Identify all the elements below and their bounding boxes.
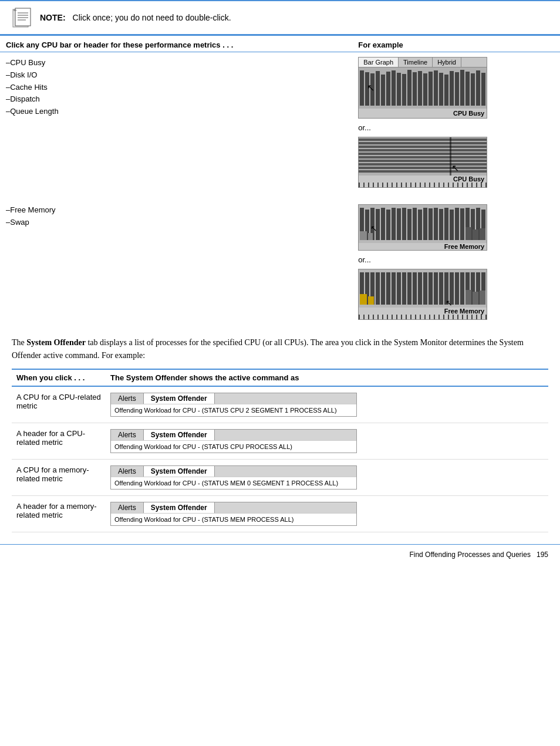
svg-rect-102 xyxy=(360,294,367,305)
svg-rect-57 xyxy=(413,208,417,240)
svg-rect-11 xyxy=(376,71,380,106)
svg-rect-13 xyxy=(386,72,390,106)
note-body: Click once; you do not need to double-cl… xyxy=(73,13,231,22)
svg-rect-24 xyxy=(444,75,448,106)
click-table-header: When you click . . . The System Offender… xyxy=(12,369,548,386)
svg-rect-56 xyxy=(407,209,411,240)
metrics-list: –CPU Busy –Disk I/O –Cache Hits –Dispatc… xyxy=(6,57,346,118)
offender-tabs-4: Alerts System Offender xyxy=(111,502,356,513)
svg-rect-38 xyxy=(359,153,487,155)
svg-rect-18 xyxy=(413,72,417,106)
metric-dispatch: –Dispatch xyxy=(6,93,346,106)
svg-rect-65 xyxy=(455,208,459,240)
svg-rect-51 xyxy=(381,208,385,240)
when-you-click-table: When you click . . . The System Offender… xyxy=(12,369,548,532)
system-offender-paragraph: The System Offender tab displays a list … xyxy=(12,336,548,363)
offender-tab-alerts-2[interactable]: Alerts xyxy=(111,430,144,440)
svg-rect-74 xyxy=(473,229,478,240)
when-header-for-memory: A header for a memory-related metric xyxy=(12,495,106,532)
note-label: NOTE: xyxy=(40,13,66,22)
cpu-example-table: Click any CPU bar or header for these pe… xyxy=(0,35,560,325)
offender-tab-alerts-3[interactable]: Alerts xyxy=(111,466,144,477)
offender-command-text-3: Offending Workload for CPU - (STATUS MEM… xyxy=(114,480,338,487)
offender-command-text-2: Offending Workload for CPU - (STATUS CPU… xyxy=(114,443,292,450)
memory-chart-examples: ↖ Free Memory or... xyxy=(352,193,560,325)
table-header-row: Click any CPU bar or header for these pe… xyxy=(0,35,560,52)
cpu-metrics-row: –CPU Busy –Disk I/O –Cache Hits –Dispatc… xyxy=(0,52,560,193)
offender-tab-system-4[interactable]: System Offender xyxy=(144,502,215,513)
svg-text:↖: ↖ xyxy=(451,163,459,173)
metric-cache-hits: –Cache Hits xyxy=(6,82,346,94)
chart-svg-1: ↖ xyxy=(359,67,487,109)
tab-row-1: Bar Graph Timeline Hybrid xyxy=(359,58,487,67)
offender-tab-system-1[interactable]: System Offender xyxy=(144,393,215,404)
offender-tab-system-2[interactable]: System Offender xyxy=(144,430,215,440)
cpu-chart-1: Bar Graph Timeline Hybrid xyxy=(358,57,487,119)
svg-rect-60 xyxy=(429,208,433,240)
note-icon: ✏ xyxy=(12,7,33,28)
offender-tab-system-3[interactable]: System Offender xyxy=(144,466,215,477)
svg-rect-15 xyxy=(397,73,401,106)
offender-command-text-4: Offending Workload for CPU - (STATUS MEM… xyxy=(114,516,294,523)
offender-command-1: Offending Workload for CPU - (STATUS CPU… xyxy=(111,404,356,416)
footer-page: 195 xyxy=(537,551,548,559)
svg-rect-17 xyxy=(407,70,411,106)
cpu-chart-examples: Bar Graph Timeline Hybrid xyxy=(352,52,560,193)
memory-metrics: –Free Memory –Swap xyxy=(6,204,346,229)
bottom-tick-2 xyxy=(359,315,487,319)
svg-rect-82 xyxy=(381,272,385,305)
chart-body-2: ↖ xyxy=(359,137,487,175)
svg-rect-42 xyxy=(359,167,487,169)
offender-box-1: Alerts System Offender Offending Workloa… xyxy=(110,393,357,417)
svg-rect-71 xyxy=(360,231,367,240)
svg-rect-72 xyxy=(368,233,373,240)
svg-rect-73 xyxy=(465,227,471,240)
cpu-chart-2: ↖ CPU Busy xyxy=(358,137,487,188)
chart-svg-2: ↖ xyxy=(359,137,487,175)
free-memory-label-1: Free Memory xyxy=(444,243,484,250)
svg-rect-16 xyxy=(402,74,406,106)
offender-tabs-2: Alerts System Offender xyxy=(111,430,356,440)
offender-tab-alerts-1[interactable]: Alerts xyxy=(111,393,144,404)
svg-rect-87 xyxy=(407,272,411,305)
metric-disk-io: –Disk I/O xyxy=(6,69,346,82)
svg-rect-14 xyxy=(392,70,396,106)
note-bar: ✏ NOTE: Click once; you do not need to d… xyxy=(0,0,560,35)
table-row: A CPU for a CPU-related metric Alerts Sy… xyxy=(12,386,548,423)
svg-rect-88 xyxy=(413,272,417,305)
free-memory-chart-2: ↖ Free Memory xyxy=(358,269,487,320)
svg-rect-55 xyxy=(402,208,406,240)
system-offender-bold: System Offender xyxy=(26,338,86,347)
free-memory-body-1: ↖ xyxy=(359,205,487,243)
or-text-1: or... xyxy=(358,123,554,132)
offender-command-4: Offending Workload for CPU - (STATUS MEM… xyxy=(111,513,356,525)
svg-rect-58 xyxy=(418,210,422,240)
tab-hybrid[interactable]: Hybrid xyxy=(433,58,461,67)
svg-rect-27 xyxy=(460,70,464,106)
memory-metrics-list: –Free Memory –Swap xyxy=(0,193,352,325)
svg-rect-66 xyxy=(460,208,464,240)
svg-rect-28 xyxy=(465,72,470,106)
svg-text:↖: ↖ xyxy=(367,83,375,93)
svg-rect-93 xyxy=(439,272,443,305)
svg-rect-8 xyxy=(360,70,364,106)
memory-metrics-row: –Free Memory –Swap xyxy=(0,193,560,325)
metric-queue-length: –Queue Length xyxy=(6,106,346,118)
svg-rect-104 xyxy=(465,290,471,305)
col-command-header: The System Offender shows the active com… xyxy=(106,369,548,386)
offender-tab-alerts-4[interactable]: Alerts xyxy=(111,502,144,513)
svg-rect-62 xyxy=(439,209,443,240)
offender-example-4: Alerts System Offender Offending Workloa… xyxy=(106,495,548,532)
svg-rect-41 xyxy=(359,163,487,166)
svg-rect-21 xyxy=(429,72,433,106)
tab-bar-graph[interactable]: Bar Graph xyxy=(359,58,399,67)
svg-rect-106 xyxy=(480,291,485,305)
free-memory-footer-1: Free Memory xyxy=(359,243,487,250)
offender-box-3: Alerts System Offender Offending Workloa… xyxy=(110,465,357,490)
offender-command-text-1: Offending Workload for CPU - (STATUS CPU… xyxy=(114,407,337,414)
tab-timeline[interactable]: Timeline xyxy=(399,58,433,67)
footer-text: Find Offending Processes and Queries xyxy=(409,551,531,559)
svg-rect-61 xyxy=(434,208,438,240)
svg-rect-34 xyxy=(359,139,487,141)
cpu-metrics-list: –CPU Busy –Disk I/O –Cache Hits –Dispatc… xyxy=(0,52,352,193)
